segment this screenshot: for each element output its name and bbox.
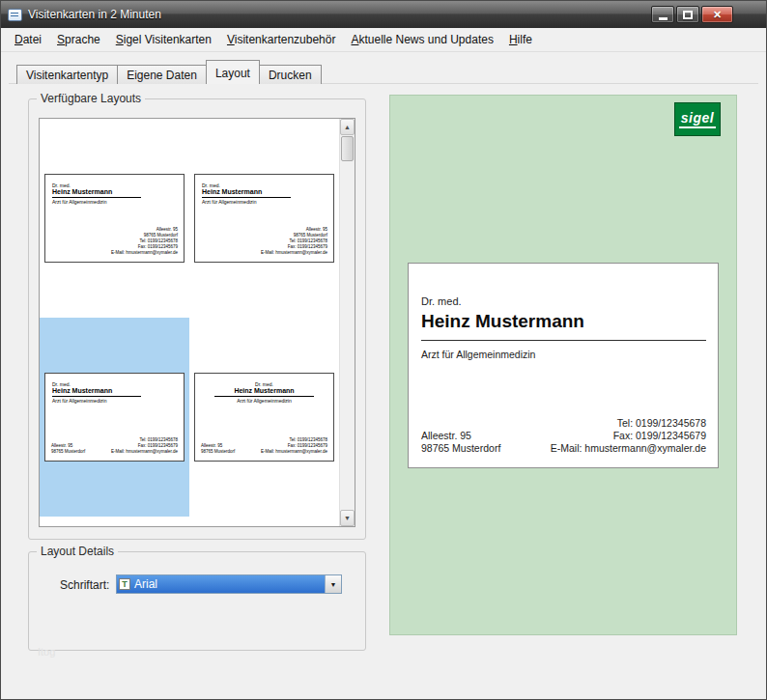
close-button[interactable]: ✕ [701,6,733,23]
scrollbar-thumb[interactable] [341,136,354,161]
layout-option-1[interactable]: Dr. med. Heinz Mustermann Arzt für Allge… [40,119,189,318]
window-controls: ✕ [651,6,733,23]
mini-card-name: Heinz Mustermann [214,387,314,397]
menubar: Datei Sprache Sigel Visitenkarten Visite… [1,28,766,52]
scroll-up-button[interactable]: ▲ [340,119,355,135]
titlebar[interactable]: Visitenkarten in 2 Minuten ✕ [1,1,766,28]
layout-details-group: Layout Details Schriftart: T Arial ▼ [28,551,366,651]
tab-strip: Visitenkartentyp Eigene Daten Layout Dru… [16,60,322,84]
mini-card-name: Heinz Mustermann [202,188,291,198]
card-contact-block: Tel: 0199/12345678 Fax: 0199/12345679 E-… [551,417,706,455]
layout-details-label: Layout Details [37,545,118,558]
sigel-logo: sigel [674,102,721,136]
font-select-value: Arial [134,577,157,591]
card-fax: Fax: 0199/12345679 [551,430,706,442]
layout-option-3-selected[interactable]: Dr. med. Heinz Mustermann Arzt für Allge… [40,318,189,517]
mini-card-name: Heinz Mustermann [52,387,141,397]
watermark: Itog [38,646,55,658]
card-name: Heinz Mustermann [421,311,706,341]
close-icon: ✕ [713,9,722,21]
card-email: E-Mail: hmustermann@xymaler.de [551,442,706,455]
menu-sprache[interactable]: Sprache [49,29,108,50]
mini-card-subtitle: Arzt für Allgemeinmedizin [202,199,291,205]
menu-news-updates[interactable]: Aktuelle News und Updates [343,29,500,50]
scroll-down-icon: ▼ [344,515,351,521]
available-layouts-group: Verfügbare Layouts Dr. med. Heinz Muster… [28,98,366,540]
layout-grid: Dr. med. Heinz Mustermann Arzt für Allge… [40,119,339,526]
mini-card-contact-block: Tel: 0199/12345678 Fax: 0199/12345679 E-… [111,437,178,455]
mini-card-contact-block: Alleestr. 95 98765 Musterdorf Tel: 0199/… [111,227,178,256]
layout-option-4[interactable]: Dr. med. Heinz Mustermann Arzt für Allge… [189,318,339,517]
app-icon [8,9,22,21]
mini-card-name: Heinz Mustermann [52,188,141,198]
mini-card-address-block: Alleestr. 95 98765 Musterdorf [201,443,235,455]
menu-datei[interactable]: Datei [7,29,49,50]
mini-card-subtitle: Arzt für Allgemeinmedizin [52,398,141,404]
maximize-button[interactable] [676,6,699,23]
layout-option-2[interactable]: Dr. med. Heinz Mustermann Arzt für Allge… [189,119,339,318]
menu-visitenkartenzubehoer[interactable]: Visitenkartenzubehör [219,29,344,50]
sigel-logo-text: sigel [681,110,714,126]
available-layouts-label: Verfügbare Layouts [37,92,145,105]
layout-thumbnail: Dr. med. Heinz Mustermann Arzt für Allge… [194,373,334,462]
font-select-dropdown-button[interactable]: ▼ [325,575,341,593]
chevron-down-icon: ▼ [330,581,337,588]
maximize-icon [683,11,693,19]
card-preview-panel: sigel Dr. med. Heinz Mustermann Arzt für… [389,95,737,635]
card-subtitle: Arzt für Allgemeinmedizin [421,349,535,360]
menu-sigel-visitenkarten[interactable]: Sigel Visitenkarten [108,29,219,50]
card-title: Dr. med. [421,295,462,307]
layout-list-scrollbar[interactable]: ▲ ▼ [339,119,355,526]
card-address-line2: 98765 Musterdorf [421,442,500,455]
scroll-down-button[interactable]: ▼ [340,510,355,526]
sigel-logo-rule [679,126,716,128]
layout-thumbnail: Dr. med. Heinz Mustermann Arzt für Allge… [44,174,185,263]
mini-card-address-block: Alleestr. 95 98765 Musterdorf [51,443,85,455]
tab-drucken[interactable]: Drucken [259,65,322,84]
window-title: Visitenkarten in 2 Minuten [28,8,161,21]
truetype-icon: T [119,578,130,590]
font-select[interactable]: T Arial ▼ [116,574,342,594]
font-label: Schriftart: [60,578,109,592]
mini-card-contact-block: Tel: 0199/12345678 Fax: 0199/12345679 E-… [261,437,327,455]
layout-list[interactable]: Dr. med. Heinz Mustermann Arzt für Allge… [39,118,355,527]
app-window: Visitenkarten in 2 Minuten ✕ Datei Sprac… [0,0,767,700]
layout-thumbnail: Dr. med. Heinz Mustermann Arzt für Allge… [44,373,185,462]
tab-layout[interactable]: Layout [206,60,260,84]
font-select-value-area[interactable]: T Arial [117,575,325,593]
minimize-icon [659,17,668,20]
mini-card-contact-block: Alleestr. 95 98765 Musterdorf Tel: 0199/… [261,227,327,256]
card-address-line1: Alleestr. 95 [421,430,500,442]
minimize-button[interactable] [651,6,674,23]
card-tel: Tel: 0199/12345678 [551,417,706,430]
scroll-up-icon: ▲ [344,124,351,130]
tab-visitenkartentyp[interactable]: Visitenkartentyp [16,65,118,84]
mini-card-subtitle: Arzt für Allgemeinmedizin [195,398,333,404]
layout-thumbnail: Dr. med. Heinz Mustermann Arzt für Allge… [194,174,334,263]
menu-hilfe[interactable]: Hilfe [501,29,540,50]
business-card-preview: Dr. med. Heinz Mustermann Arzt für Allge… [408,263,719,468]
card-address-block: Alleestr. 95 98765 Musterdorf [421,430,500,455]
mini-card-subtitle: Arzt für Allgemeinmedizin [52,199,141,205]
tab-eigene-daten[interactable]: Eigene Daten [117,65,207,84]
